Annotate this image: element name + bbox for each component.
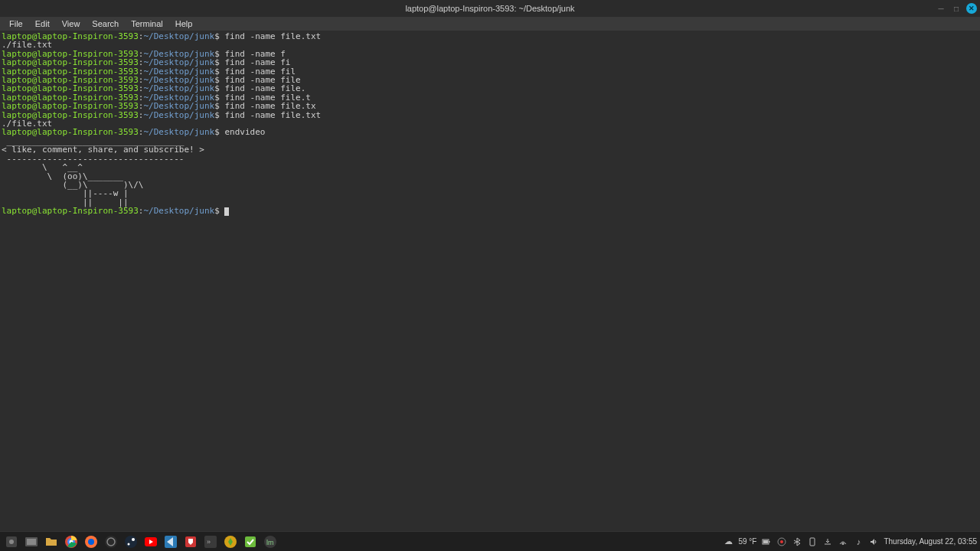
taskbar: » lm ☁ 59 °F ♪	[0, 531, 980, 551]
menu-terminal[interactable]: Terminal	[125, 19, 169, 28]
svg-rect-20	[245, 536, 256, 547]
close-button[interactable]: ✕	[966, 3, 977, 14]
menu-help[interactable]: Help	[169, 19, 199, 28]
svg-point-12	[132, 538, 135, 541]
battery-icon[interactable]	[761, 536, 772, 547]
app-icon-green[interactable]	[242, 533, 259, 550]
menu-edit[interactable]: Edit	[29, 19, 56, 28]
svg-point-8	[88, 539, 94, 545]
files-icon[interactable]	[43, 533, 60, 550]
app-icon-gold[interactable]	[222, 533, 239, 550]
music-icon[interactable]: ♪	[853, 536, 864, 547]
svg-point-29	[842, 543, 844, 545]
menu-search[interactable]: Search	[86, 19, 125, 28]
maximize-button[interactable]: □	[951, 3, 962, 14]
svg-point-11	[125, 536, 137, 548]
kdenlive-icon[interactable]: »	[202, 533, 219, 550]
firefox-icon[interactable]	[83, 533, 100, 550]
bluetooth-icon[interactable]	[792, 536, 802, 547]
chrome-icon[interactable]	[63, 533, 80, 550]
network-icon[interactable]	[838, 536, 848, 547]
vscode-icon[interactable]	[162, 533, 179, 550]
steam-icon[interactable]	[122, 533, 139, 550]
weather-temp[interactable]: 59 °F	[738, 537, 756, 546]
svg-rect-24	[769, 541, 770, 543]
svg-rect-3	[27, 539, 36, 545]
menu-bar: File Edit View Search Terminal Help	[0, 17, 980, 31]
minimize-button[interactable]: ─	[936, 3, 946, 14]
terminal-cursor	[224, 207, 229, 216]
menu-view[interactable]: View	[56, 19, 87, 28]
bitwarden-icon[interactable]	[182, 533, 199, 550]
volume-icon[interactable]	[868, 536, 879, 547]
svg-text:lm: lm	[266, 539, 274, 546]
svg-point-1	[9, 540, 14, 544]
svg-point-13	[128, 543, 130, 545]
svg-point-27	[780, 540, 783, 543]
obs-icon[interactable]	[103, 533, 119, 550]
menu-file[interactable]: File	[3, 19, 29, 28]
updates-icon[interactable]	[822, 536, 833, 547]
window-titlebar: laptop@laptop-Inspiron-3593: ~/Desktop/j…	[0, 0, 980, 17]
start-menu-icon[interactable]	[3, 533, 20, 550]
youtube-icon[interactable]	[142, 533, 159, 550]
mint-menu-icon[interactable]: lm	[262, 533, 279, 550]
window-title: laptop@laptop-Inspiron-3593: ~/Desktop/j…	[405, 4, 574, 13]
recording-icon[interactable]	[776, 536, 787, 547]
svg-text:»: »	[207, 538, 211, 546]
clock[interactable]: Thursday, August 22, 03:55	[884, 537, 977, 546]
device-icon[interactable]	[807, 536, 818, 547]
show-desktop-icon[interactable]	[23, 533, 40, 550]
svg-rect-25	[763, 540, 768, 543]
svg-rect-28	[810, 538, 815, 546]
weather-icon[interactable]: ☁	[723, 536, 733, 547]
terminal-output[interactable]: laptop@laptop-Inspiron-3593:~/Desktop/ju…	[0, 31, 980, 531]
